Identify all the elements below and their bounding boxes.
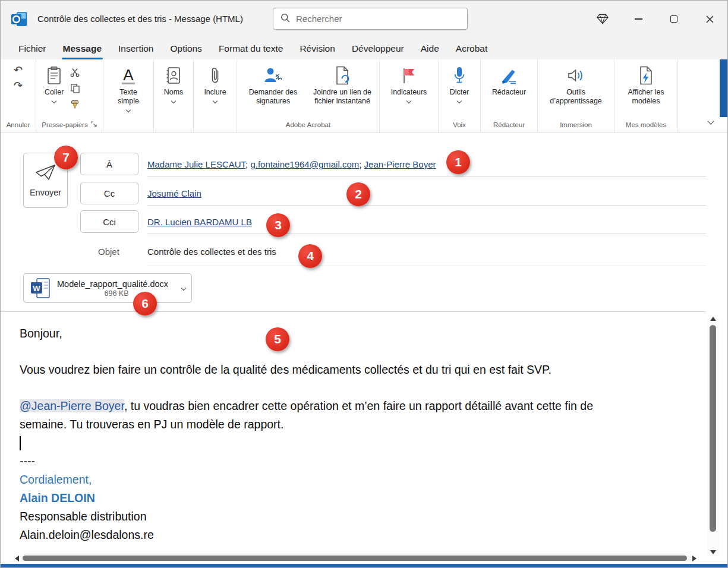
tab-label: Acrobat — [456, 43, 487, 54]
message-body[interactable]: Bonjour, Vous voudrez bien faire un cont… — [1, 311, 706, 551]
chevron-down-icon — [457, 99, 462, 103]
attachment-filename: Modele_rapport_qualité.docx — [57, 279, 168, 289]
group-inclure: Inclure — [194, 59, 237, 132]
body-greeting: Bonjour, — [20, 324, 632, 343]
caret-line — [20, 434, 632, 452]
copy-icon — [71, 84, 80, 93]
ribbon-collapse-button[interactable] — [708, 115, 713, 126]
body-paragraph: @Jean-Pierre Boyer, tu voudras bien enca… — [20, 397, 632, 434]
send-label: Envoyer — [30, 188, 61, 197]
group-indicateurs: Indicateurs — [380, 59, 439, 132]
include-button[interactable]: Inclure — [200, 62, 229, 103]
tab-acrobat[interactable]: Acrobat — [447, 37, 496, 59]
tab-format-du-texte[interactable]: Format du texte — [210, 37, 292, 59]
editor-button[interactable]: Rédacteur — [489, 62, 530, 97]
copy-button[interactable] — [68, 83, 82, 94]
bottom-accent-bar — [1, 564, 727, 567]
tab-aide[interactable]: Aide — [412, 37, 447, 59]
dictate-button[interactable]: Dicter — [446, 62, 472, 103]
premium-diamond-icon[interactable] — [585, 1, 620, 37]
outlook-message-window: Contrôle des collectes et des tris - Mes… — [0, 0, 728, 568]
field-divider — [147, 176, 706, 177]
annotation-badge-6: 6 — [133, 292, 157, 315]
recipient-link[interactable]: Madame Julie LESCAUT — [147, 159, 245, 169]
vertical-scrollbar-thumb[interactable] — [710, 325, 716, 532]
tab-options[interactable]: Options — [162, 37, 210, 59]
letter-a-icon: A — [122, 65, 134, 86]
tab-label: Insertion — [118, 43, 153, 54]
chevron-down-icon — [171, 99, 176, 103]
scroll-up-arrow[interactable] — [710, 317, 716, 321]
dictate-label: Dicter — [450, 88, 469, 97]
tab-fichier[interactable]: Fichier — [10, 37, 55, 59]
names-label: Noms — [164, 88, 183, 97]
bcc-field-button[interactable]: Cci — [80, 210, 138, 233]
plain-text-button[interactable]: A Texte simple — [105, 62, 152, 112]
chevron-down-icon — [52, 99, 56, 103]
tab-insertion[interactable]: Insertion — [110, 37, 162, 59]
field-divider — [147, 233, 706, 234]
group-voix: Dicter Voix — [439, 59, 481, 132]
window-controls — [585, 1, 727, 37]
tags-button[interactable]: Indicateurs — [387, 62, 431, 103]
search-icon — [281, 13, 290, 25]
attachment-dropdown-chevron-icon[interactable] — [181, 286, 186, 291]
recipient-link[interactable]: Josumé Clain — [147, 188, 201, 198]
recipient-link[interactable]: g.fontaine1964@gmail.com — [250, 159, 359, 169]
redo-icon: ↷ — [14, 79, 23, 92]
to-field-button[interactable]: À — [80, 153, 138, 175]
group-label-annuler: Annuler — [1, 119, 36, 132]
close-button[interactable] — [692, 1, 727, 37]
group-mes-modeles: Afficher les modèles Mes modèles — [614, 59, 678, 132]
mention-jean-pierre-boyer[interactable]: @Jean-Pierre Boyer — [20, 399, 124, 412]
attach-instant-link-button[interactable]: Joindre un lien de fichier instantané — [307, 62, 377, 106]
annotation-badge-7: 7 — [54, 146, 78, 169]
signature-separator: ---- — [20, 452, 632, 471]
signature-closing: Cordialement, — [20, 471, 632, 489]
field-divider — [147, 205, 706, 206]
recipient-link[interactable]: Jean-Pierre Boyer — [364, 159, 436, 169]
paste-button[interactable]: Coller — [41, 62, 67, 103]
annotation-badge-5: 5 — [266, 327, 289, 351]
search-input[interactable] — [296, 14, 460, 24]
redo-button[interactable]: ↷ — [8, 78, 29, 93]
horizontal-scrollbar[interactable] — [14, 554, 698, 563]
tab-message[interactable]: Message — [55, 37, 110, 59]
maximize-button[interactable] — [656, 1, 692, 37]
close-icon — [706, 15, 714, 23]
tab-label: Fichier — [18, 43, 46, 54]
request-signatures-button[interactable]: Demander des signatures — [239, 62, 307, 106]
ribbon-tab-bar: Fichier Message Insertion Options Format… — [1, 37, 727, 59]
cc-field-button[interactable]: Cc — [80, 182, 138, 204]
cut-button[interactable] — [68, 67, 82, 78]
to-label: À — [106, 159, 112, 169]
vertical-scrollbar[interactable] — [708, 315, 718, 556]
tab-developpeur[interactable]: Développeur — [343, 37, 412, 59]
horizontal-scrollbar-thumb[interactable] — [23, 556, 687, 561]
show-templates-button[interactable]: Afficher les modèles — [616, 62, 676, 106]
recipient-link[interactable]: DR. Lucien BARDAMU LB — [147, 217, 252, 227]
tab-label: Format du texte — [219, 43, 283, 54]
format-painter-button[interactable] — [68, 99, 82, 111]
search-box[interactable] — [273, 8, 468, 30]
attach-instant-link-label: Joindre un lien de fichier instantané — [311, 88, 374, 106]
scroll-down-arrow[interactable] — [710, 550, 716, 554]
tab-revision[interactable]: Révision — [291, 37, 343, 59]
undo-button[interactable]: ↶ — [8, 62, 29, 78]
attachment-chip[interactable]: W Modele_rapport_qualité.docx 696 KB — [23, 273, 192, 303]
group-presse-papiers: Coller Presse-papiers — [36, 59, 103, 132]
annotation-badge-4: 4 — [298, 244, 322, 268]
group-label-redacteur: Rédacteur — [481, 119, 537, 132]
group-immersion: Outils d’apprentissage Immersion — [538, 59, 614, 132]
scroll-left-arrow[interactable] — [15, 556, 19, 561]
signature-person-icon — [263, 65, 283, 86]
dialog-launcher-icon[interactable] — [91, 121, 97, 128]
scroll-right-arrow[interactable] — [692, 556, 697, 561]
subject-value[interactable]: Contrôle des collectes et des tris — [147, 247, 276, 257]
learning-tools-button[interactable]: Outils d’apprentissage — [540, 62, 612, 106]
cc-recipients: Josumé Clain — [147, 188, 201, 198]
minimize-button[interactable] — [620, 1, 656, 37]
names-button[interactable]: Noms — [160, 62, 187, 103]
ribbon: ↶ ↷ Annuler Coller — [1, 59, 727, 132]
editor-label: Rédacteur — [492, 88, 526, 97]
